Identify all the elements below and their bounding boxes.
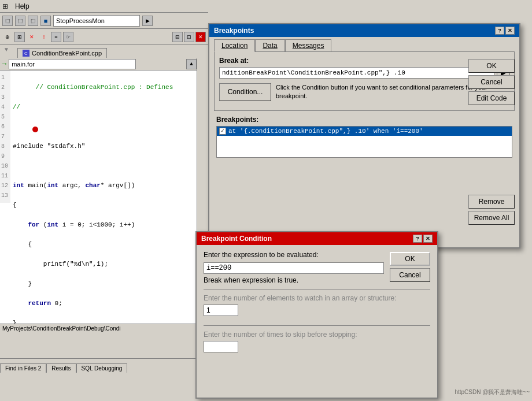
condition-title: Breakpoint Condition [201,235,272,243]
cancel-button[interactable]: Cancel [468,75,515,89]
toolbar2-icon-2[interactable]: ⊞ [14,32,25,42]
code-header: → ▲ ▼ [0,58,208,70]
toolbar2-icon-close[interactable]: ✕ [195,32,206,42]
bottom-tab-find[interactable]: Find in Files 2 [0,363,46,373]
breakpoints-tabs: Location Data Messages [209,37,519,51]
break-at-row: ▶ [219,67,509,79]
divider-2 [204,325,430,326]
condition-titlebar-buttons: ? ✕ [413,235,433,243]
line-numbers: 12345 678910 111213 [0,70,10,203]
bottom-tab-sql[interactable]: SQL Debugging [76,363,128,373]
toolbar2-icon-7[interactable]: ⊟ [172,32,183,42]
menu-bar: ⊞ Help [0,0,208,13]
breakpoints-titlebar: Breakpoints ? ✕ [209,24,519,37]
breakpoint-item-text: at '{.ConditionBreakPoint.cpp",} .10' wh… [228,128,423,135]
skip-label: Enter the number of times to skip before… [204,331,430,339]
breakpoint-indicator [32,127,38,132]
toolbar2-icon-1[interactable]: ⊕ [2,32,13,42]
code-nav-up[interactable]: ▲ [186,59,197,69]
tab-location-label: Location [221,42,247,50]
condition-dialog: Breakpoint Condition ? ✕ Enter the expre… [195,231,438,399]
dialog-right-buttons: OK Cancel Edit Code [468,59,515,105]
toolbar2-icon-5[interactable]: ≡ [51,32,61,42]
breakpoints-close-btn[interactable]: ✕ [505,27,515,35]
toolbar-run-btn[interactable]: ▶ [142,16,153,26]
toolbar: ⬚ ⬚ ⬚ ■ ▶ [0,13,208,29]
code-area: → ▲ ▼ // ConditionBreakPoint.cpp : Defin… [0,58,208,324]
condition-close-btn[interactable]: ✕ [423,235,433,243]
divider-1 [204,289,430,289]
watch-input[interactable] [204,305,238,316]
menu-item-window[interactable]: ⊞ [2,2,8,10]
tab-location[interactable]: Location [214,39,255,52]
toolbar2: ⊕ ⊞ ✕ ! ≡ ☞ ⊟ ⊡ ✕ [0,29,208,45]
edit-code-button[interactable]: Edit Code [468,91,515,105]
toolbar-icon-1[interactable]: ⬚ [2,16,13,26]
menu-item-help[interactable]: Help [15,2,29,10]
toolbar2-icon-6[interactable]: ☞ [63,32,73,42]
skip-input[interactable] [204,341,238,352]
tab-data-label: Data [263,42,277,50]
tab-data[interactable]: Data [255,39,285,51]
code-nav-dropdown[interactable] [9,59,136,69]
file-tab-arrow[interactable]: ▼ [3,46,9,53]
project-icon: ■ [40,16,51,26]
titlebar-buttons: ? ✕ [495,27,515,35]
breakpoints-dialog: Breakpoints ? ✕ Location Data Messages B… [208,23,520,248]
bottom-panel: MyProjects\ConditionBreakPoint\Debug\Con… [0,324,208,381]
code-header-arrow: → [2,60,6,68]
file-tabs: ▼ C ConditionBreakPoint.cpp [0,45,208,58]
toolbar2-icon-4[interactable]: ! [39,32,49,42]
bottom-tab-results[interactable]: Results [46,363,76,373]
break-at-label: Break at: [219,57,509,65]
code-body: // ConditionBreakPoint.cpp : Defines // … [0,70,208,324]
watermark: httpCSDN @我不是萧海哇~~ [455,388,530,396]
breakpoint-list-item[interactable]: ✓ at '{.ConditionBreakPoint.cpp",} .10' … [217,127,512,136]
breakpoint-checkbox[interactable]: ✓ [219,128,226,135]
remove-all-button[interactable]: Remove All [468,211,515,225]
bp-remove-buttons: Remove Remove All [468,195,515,225]
watch-label: Enter the number of elements to watch in… [204,294,430,302]
bottom-tabs: Find in Files 2 Results SQL Debugging [0,363,208,373]
condition-cancel-button[interactable]: Cancel [390,268,430,282]
condition-help-btn[interactable]: ? [413,235,422,243]
breakpoints-list[interactable]: ✓ at '{.ConditionBreakPoint.cpp",} .10' … [216,126,512,158]
toolbar-icon-3[interactable]: ⬚ [28,16,38,26]
toolbar-icon-2[interactable]: ⬚ [15,16,25,26]
toolbar2-icon-3[interactable]: ✕ [27,32,37,42]
breakpoints-title: Breakpoints [214,27,254,35]
condition-button[interactable]: Condition... [219,83,271,101]
condition-titlebar: Breakpoint Condition ? ✕ [197,232,437,245]
condition-ok-button[interactable]: OK [390,252,430,266]
ok-button[interactable]: OK [468,59,515,73]
breakpoints-list-label: Breakpoints: [216,116,512,124]
file-tab-label: ConditionBreakPoint.cpp [32,50,102,57]
file-tab-main[interactable]: C ConditionBreakPoint.cpp [17,48,107,58]
tab-messages-label: Messages [293,42,324,50]
expression-input[interactable] [204,262,384,274]
toolbar2-icon-8[interactable]: ⊡ [184,32,194,42]
remove-button[interactable]: Remove [468,195,515,209]
bottom-path: MyProjects\ConditionBreakPoint\Debug\Con… [0,324,208,333]
toolbar-dropdown[interactable] [53,15,140,27]
condition-right-buttons: OK Cancel [390,252,430,282]
tab-messages[interactable]: Messages [285,39,332,51]
breakpoints-help-btn[interactable]: ? [495,27,504,35]
file-icon: C [23,50,29,57]
condition-row: Condition... Click the Condition button … [219,83,509,101]
break-at-input[interactable] [219,67,494,79]
